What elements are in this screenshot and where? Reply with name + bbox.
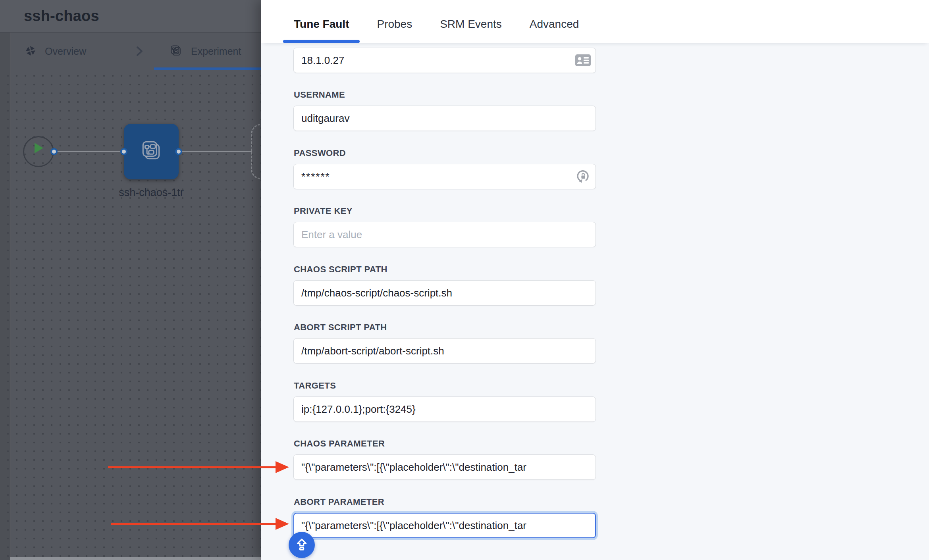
password-input[interactable]: [293, 164, 596, 189]
field-password: PASSWORD: [293, 164, 596, 189]
field-chaos-parameter: CHAOS PARAMETER: [293, 454, 596, 480]
annotation-arrow-abort-parameter: [111, 518, 289, 530]
username-label: USERNAME: [294, 90, 345, 100]
tab-probes[interactable]: Probes: [366, 5, 423, 43]
tab-tune-fault-label: Tune Fault: [294, 18, 349, 31]
field-username: USERNAME: [293, 106, 596, 131]
chevron-right-icon: [134, 44, 145, 60]
script-flowchart-icon: [140, 139, 163, 164]
abort-parameter-label: ABORT PARAMETER: [294, 497, 384, 507]
pinwheel-overview-icon: [25, 45, 36, 58]
upload-icon: [294, 537, 309, 553]
fault-node-in-port[interactable]: [120, 148, 127, 155]
start-node[interactable]: [23, 136, 54, 167]
start-node-out-port[interactable]: [50, 148, 58, 155]
password-label: PASSWORD: [294, 148, 346, 158]
chaos-parameter-label: CHAOS PARAMETER: [294, 439, 385, 449]
chaos-script-path-label: CHAOS SCRIPT PATH: [294, 264, 387, 275]
chaos-script-path-input[interactable]: [293, 280, 596, 306]
chaos-parameter-input[interactable]: [293, 454, 596, 480]
tab-srm-events-label: SRM Events: [440, 18, 502, 31]
edge-start-to-fault: [56, 151, 125, 152]
tab-experiment-builder[interactable]: Experiment: [170, 33, 241, 70]
field-host: [293, 48, 596, 73]
upload-fab-button[interactable]: [289, 532, 315, 558]
experiment-nav-tabs: Overview Experiment: [0, 33, 261, 70]
id-card-icon[interactable]: [575, 54, 591, 66]
tab-advanced-label: Advanced: [530, 18, 579, 31]
tab-experiment-label: Experiment: [191, 46, 241, 57]
annotation-arrow-chaos-parameter: [108, 461, 289, 473]
screen: ssh-chaos Overview: [0, 0, 929, 560]
field-abort-parameter: ABORT PARAMETER: [293, 513, 596, 538]
edge-fault-to-add: [182, 151, 252, 152]
private-key-input[interactable]: [293, 222, 596, 247]
host-input[interactable]: [293, 48, 596, 73]
targets-label: TARGETS: [294, 381, 336, 391]
field-chaos-script-path: CHAOS SCRIPT PATH: [293, 280, 596, 306]
drawer-tab-bar: Tune Fault Probes SRM Events Advanced: [261, 0, 929, 43]
fault-node-out-port[interactable]: [175, 148, 182, 155]
tab-advanced[interactable]: Advanced: [519, 5, 590, 43]
field-private-key: PRIVATE KEY: [293, 222, 596, 247]
fault-node-ssh-chaos[interactable]: [124, 124, 179, 179]
abort-script-path-input[interactable]: [293, 338, 596, 364]
targets-input[interactable]: [293, 396, 596, 422]
field-targets: TARGETS: [293, 396, 596, 422]
abort-script-path-label: ABORT SCRIPT PATH: [294, 322, 387, 333]
username-input[interactable]: [293, 106, 596, 131]
abort-parameter-input[interactable]: [293, 513, 596, 538]
tab-srm-events[interactable]: SRM Events: [429, 5, 513, 43]
tune-fault-drawer: Tune Fault Probes SRM Events Advanced: [261, 0, 929, 560]
play-icon: [35, 143, 43, 153]
page-title: ssh-chaos: [24, 8, 99, 25]
experiment-script-icon: [170, 44, 182, 59]
secret-rotate-lock-icon[interactable]: [576, 170, 590, 183]
canvas-toolbar-strip: [10, 557, 261, 560]
active-tab-underline: [154, 67, 261, 70]
tab-overview-label: Overview: [45, 46, 86, 57]
tab-probes-label: Probes: [377, 18, 412, 31]
fault-node-label: ssh-chaos-1tr: [92, 187, 211, 199]
experiment-header: ssh-chaos: [0, 0, 261, 33]
tab-tune-fault[interactable]: Tune Fault: [283, 5, 360, 43]
field-abort-script-path: ABORT SCRIPT PATH: [293, 338, 596, 364]
private-key-label: PRIVATE KEY: [294, 206, 353, 216]
tab-overview[interactable]: Overview: [25, 33, 86, 70]
